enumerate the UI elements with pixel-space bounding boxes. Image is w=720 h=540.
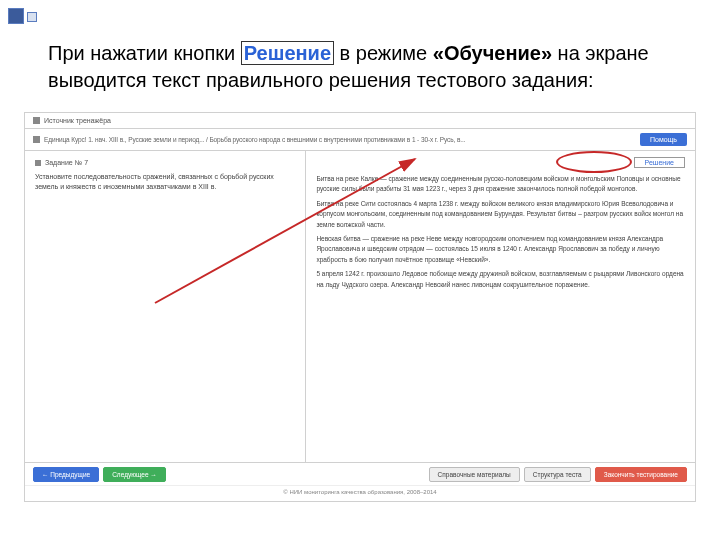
solution-para-4: 5 апреля 1242 г. произошло Ледовое побои… — [316, 269, 685, 290]
slide-title: При нажатии кнопки Решение в режиме «Обу… — [48, 40, 680, 94]
finish-button[interactable]: Закончить тестирование — [595, 467, 687, 482]
title-pre: При нажатии кнопки — [48, 42, 235, 64]
toolbar1-label: Источник тренажёра — [44, 117, 111, 124]
next-button[interactable]: Следующее → — [103, 467, 166, 482]
solution-para-1: Битва на реке Калке — сражение между сое… — [316, 174, 685, 195]
solution-button[interactable]: Решение — [634, 157, 685, 168]
title-mid: в режиме — [340, 42, 428, 64]
task-struct-button[interactable]: Структура теста — [524, 467, 591, 482]
task-icon — [35, 160, 41, 166]
solution-para-2: Битва на реке Сити состоялась 4 марта 12… — [316, 199, 685, 230]
solution-panel: Решение Битва на реке Калке — сражение м… — [306, 151, 695, 462]
task-number: Задание № 7 — [45, 159, 88, 166]
content-area: Задание № 7 Установите последовательност… — [25, 151, 695, 463]
prev-button[interactable]: ← Предыдущие — [33, 467, 99, 482]
breadcrumb-icon — [33, 136, 40, 143]
toolbar-icon — [33, 117, 40, 124]
breadcrumb: Единица Курс! 1. нач. XIII в., Русские з… — [44, 136, 465, 143]
footer-bar: ← Предыдущие Следующее → Справочные мате… — [25, 463, 695, 485]
task-text: Установите последовательность сражений, … — [35, 172, 295, 192]
materials-button[interactable]: Справочные материалы — [429, 467, 520, 482]
task-panel: Задание № 7 Установите последовательност… — [25, 151, 306, 462]
toolbar-row-1: Источник тренажёра — [25, 113, 695, 129]
embedded-screenshot: Источник тренажёра Единица Курс! 1. нач.… — [24, 112, 696, 502]
title-button-word: Решение — [241, 41, 334, 65]
copyright: © НИИ мониторинга качества образования, … — [25, 485, 695, 498]
title-mode: «Обучение» — [433, 42, 552, 64]
toolbar-row-2: Единица Курс! 1. нач. XIII в., Русские з… — [25, 129, 695, 151]
help-button[interactable]: Помощь — [640, 133, 687, 146]
task-number-row: Задание № 7 — [35, 159, 295, 166]
solution-para-3: Невская битва — сражение на реке Неве ме… — [316, 234, 685, 265]
slide-corner-decoration — [8, 8, 37, 24]
